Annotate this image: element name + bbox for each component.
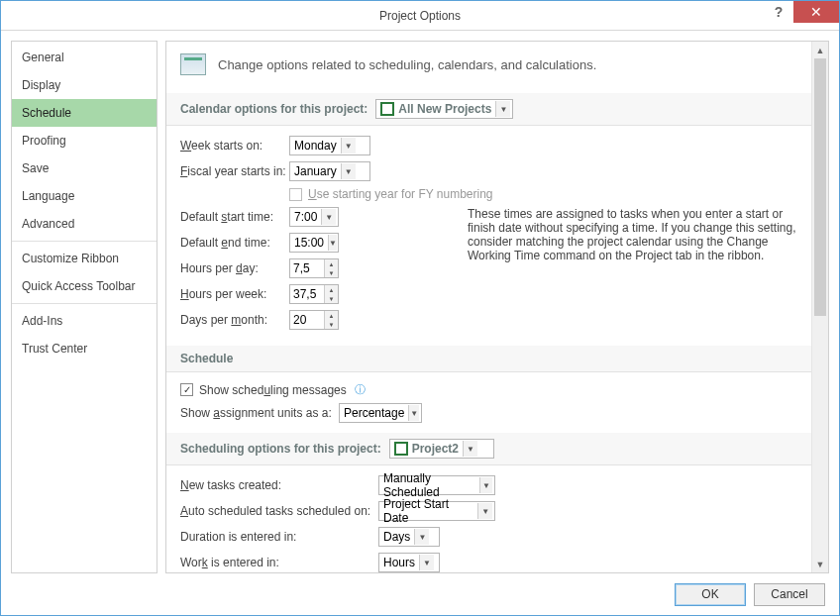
assignment-units-select[interactable]: Percentage ▼ (339, 403, 422, 423)
section-title: Scheduling options for this project: (180, 442, 381, 456)
week-starts-label: Week starts on: (180, 139, 289, 153)
default-start-select[interactable]: 7:00 ▼ (289, 207, 339, 227)
intro-text: Change options related to scheduling, ca… (218, 57, 596, 72)
section-title: Calendar options for this project: (180, 102, 368, 116)
spin-down-icon[interactable]: ▼ (325, 320, 338, 329)
section-schedule: Schedule (166, 346, 811, 372)
work-select[interactable]: Hours ▼ (378, 553, 440, 572)
scroll-down-icon[interactable]: ▼ (812, 556, 828, 572)
sidebar-item-general[interactable]: General (12, 44, 157, 71)
hours-per-week-input[interactable] (290, 285, 324, 303)
content-pane: Change options related to scheduling, ca… (165, 41, 829, 573)
sidebar-separator (12, 303, 157, 304)
chevron-down-icon: ▼ (477, 503, 492, 519)
fiscal-year-label: Fiscal year starts in: (180, 164, 289, 178)
chevron-down-icon: ▼ (341, 163, 356, 179)
fiscal-year-select[interactable]: January ▼ (289, 161, 370, 181)
chevron-down-icon: ▼ (419, 555, 434, 570)
help-button[interactable]: ? (764, 1, 793, 23)
default-end-select[interactable]: 15:00 ▼ (289, 233, 339, 253)
dialog-footer: OK Cancel (1, 573, 839, 615)
hours-per-day-input[interactable] (290, 259, 324, 277)
category-sidebar: General Display Schedule Proofing Save L… (11, 41, 158, 573)
new-tasks-select[interactable]: Manually Scheduled ▼ (378, 475, 495, 495)
hours-per-day-label: Hours per day: (180, 261, 289, 275)
section-title: Schedule (180, 352, 233, 365)
dialog-body: General Display Schedule Proofing Save L… (1, 31, 839, 573)
content-scroll: Change options related to scheduling, ca… (166, 42, 811, 572)
sidebar-item-proofing[interactable]: Proofing (12, 127, 157, 154)
scroll-up-icon[interactable]: ▲ (812, 42, 828, 58)
chevron-down-icon: ▼ (341, 138, 356, 154)
default-end-label: Default end time: (180, 236, 289, 250)
info-icon[interactable]: ⓘ (355, 382, 366, 397)
show-scheduling-messages-checkbox[interactable]: ✓ Show scheduling messages ⓘ (180, 382, 366, 397)
scroll-thumb[interactable] (814, 58, 826, 316)
schedule-icon (180, 53, 206, 75)
window-title: Project Options (1, 9, 839, 23)
section-scheduling-options: Scheduling options for this project: Pro… (166, 433, 811, 465)
chevron-down-icon: ▼ (328, 235, 337, 251)
project-icon (394, 442, 408, 456)
project-scope-select[interactable]: All New Projects ▼ (375, 99, 513, 119)
chevron-down-icon: ▼ (495, 101, 510, 117)
section-calendar-options: Calendar options for this project: All N… (166, 93, 811, 126)
hours-per-week-spinner[interactable]: ▲▼ (289, 284, 339, 304)
sidebar-item-customize-ribbon[interactable]: Customize Ribbon (12, 245, 157, 272)
ok-button[interactable]: OK (675, 583, 746, 606)
assignment-units-label: Show assignment units as a: (180, 406, 339, 420)
chevron-down-icon: ▼ (479, 477, 492, 493)
intro-row: Change options related to scheduling, ca… (180, 53, 797, 75)
days-per-month-label: Days per month: (180, 313, 289, 327)
sidebar-separator (12, 241, 157, 242)
vertical-scrollbar[interactable]: ▲ ▼ (811, 42, 828, 572)
duration-label: Duration is entered in: (180, 530, 378, 544)
chevron-down-icon: ▼ (321, 209, 336, 225)
checkbox-box (289, 188, 302, 201)
sidebar-item-save[interactable]: Save (12, 154, 157, 182)
titlebar: Project Options ? ✕ (1, 1, 839, 31)
sidebar-item-trust-center[interactable]: Trust Center (12, 335, 157, 362)
project-scope-select-2[interactable]: Project2 ▼ (389, 439, 494, 459)
spin-up-icon[interactable]: ▲ (325, 259, 338, 268)
duration-select[interactable]: Days ▼ (378, 527, 440, 547)
checkbox-box: ✓ (180, 383, 193, 396)
hours-per-week-label: Hours per week: (180, 287, 289, 301)
spin-up-icon[interactable]: ▲ (325, 311, 338, 320)
options-dialog: Project Options ? ✕ General Display Sche… (0, 0, 840, 616)
use-starting-year-checkbox: Use starting year for FY numbering (289, 187, 493, 201)
auto-scheduled-select[interactable]: Project Start Date ▼ (378, 501, 495, 521)
auto-scheduled-label: Auto scheduled tasks scheduled on: (180, 504, 378, 518)
sidebar-item-language[interactable]: Language (12, 182, 157, 210)
default-start-label: Default start time: (180, 210, 289, 224)
week-starts-select[interactable]: Monday ▼ (289, 136, 370, 155)
days-per-month-input[interactable] (290, 311, 324, 329)
project-icon (380, 102, 394, 116)
spin-down-icon[interactable]: ▼ (325, 294, 338, 303)
close-button[interactable]: ✕ (793, 1, 839, 23)
chevron-down-icon: ▼ (463, 441, 477, 457)
sidebar-item-qat[interactable]: Quick Access Toolbar (12, 272, 157, 300)
sidebar-item-schedule[interactable]: Schedule (12, 99, 157, 127)
time-description: These times are assigned to tasks when y… (458, 207, 797, 262)
hours-per-day-spinner[interactable]: ▲▼ (289, 258, 339, 278)
window-controls: ? ✕ (764, 1, 839, 23)
chevron-down-icon: ▼ (408, 405, 419, 421)
sidebar-item-addins[interactable]: Add-Ins (12, 307, 157, 335)
work-label: Work is entered in: (180, 556, 378, 569)
days-per-month-spinner[interactable]: ▲▼ (289, 310, 339, 330)
spin-down-icon[interactable]: ▼ (325, 268, 338, 277)
spin-up-icon[interactable]: ▲ (325, 285, 338, 294)
sidebar-item-display[interactable]: Display (12, 71, 157, 99)
cancel-button[interactable]: Cancel (754, 583, 825, 606)
new-tasks-label: New tasks created: (180, 478, 378, 492)
chevron-down-icon: ▼ (414, 529, 429, 545)
sidebar-item-advanced[interactable]: Advanced (12, 210, 157, 238)
